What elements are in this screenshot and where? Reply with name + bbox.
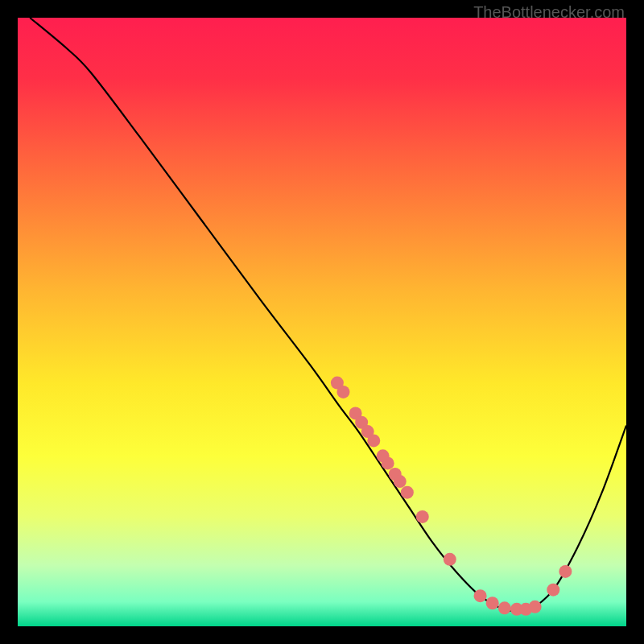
chart-svg [18, 18, 626, 626]
data-point [486, 597, 499, 609]
data-point [559, 565, 572, 578]
data-point [547, 584, 559, 597]
chart-background [18, 18, 626, 626]
data-point [336, 386, 349, 398]
data-point [498, 601, 511, 614]
data-point [394, 475, 407, 488]
data-point [382, 456, 394, 469]
data-point [401, 486, 414, 499]
watermark-text: TheBottlenecker.com [473, 3, 625, 22]
data-point [529, 601, 542, 613]
data-point [416, 510, 429, 523]
data-point [474, 589, 487, 602]
chart-container [18, 18, 626, 626]
data-point [367, 434, 380, 447]
data-point [444, 553, 456, 566]
